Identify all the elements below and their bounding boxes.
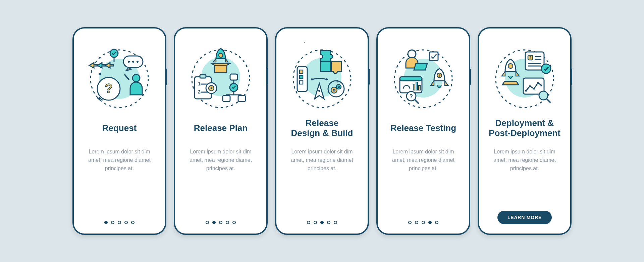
onboarding-screen-build: Release Design & Build Lorem ipsum dolor… xyxy=(275,27,369,235)
svg-point-76 xyxy=(533,88,535,90)
deploy-illustration: ? xyxy=(491,42,558,109)
svg-point-77 xyxy=(537,82,539,84)
svg-point-75 xyxy=(529,85,531,87)
onboarding-screen-deploy: ? Deployment & Post-Deployment Lorem ips… xyxy=(478,27,572,235)
pager-dot[interactable] xyxy=(334,221,337,224)
pager-dot[interactable] xyxy=(428,221,432,224)
svg-text:2: 2 xyxy=(198,89,201,94)
pager-dot[interactable] xyxy=(232,221,236,224)
svg-rect-56 xyxy=(413,84,415,90)
page-indicator xyxy=(206,221,236,224)
svg-point-45 xyxy=(333,89,335,91)
onboarding-screen-testing: ! ? Release Testing Lorem ipsum dolor si… xyxy=(376,27,470,235)
svg-point-78 xyxy=(541,85,542,86)
pager-dot[interactable] xyxy=(118,221,121,224)
svg-rect-57 xyxy=(416,82,418,90)
request-illustration: ? xyxy=(86,42,153,109)
svg-rect-55 xyxy=(400,77,422,81)
pager-dot[interactable] xyxy=(307,221,310,224)
plan-illustration: 1 2 xyxy=(187,42,254,109)
onboarding-screen-request: ? Request Lorem ipsum dolor sit dim amet… xyxy=(72,27,166,235)
svg-text:?: ? xyxy=(529,56,532,60)
svg-point-40 xyxy=(318,90,320,92)
pager-dot[interactable] xyxy=(131,221,135,224)
onboarding-screen-plan: 1 2 Release Plan Lorem ipsum dolor sit d… xyxy=(174,27,268,235)
svg-point-10 xyxy=(132,74,140,82)
svg-point-72 xyxy=(508,64,513,68)
svg-point-7 xyxy=(137,61,139,63)
svg-point-12 xyxy=(99,73,101,75)
svg-point-39 xyxy=(304,42,305,43)
svg-rect-58 xyxy=(419,85,420,90)
screen-title: Release Design & Build xyxy=(291,118,353,139)
pager-dot[interactable] xyxy=(320,221,324,224)
svg-text:?: ? xyxy=(410,93,413,99)
svg-rect-38 xyxy=(300,81,303,84)
pager-dot[interactable] xyxy=(327,221,330,224)
screen-description: Lorem ipsum dolor sit dim amet, mea regi… xyxy=(284,148,360,217)
pager-dot[interactable] xyxy=(226,221,229,224)
pager-dot[interactable] xyxy=(111,221,114,224)
screen-description: Lorem ipsum dolor sit dim amet, mea regi… xyxy=(386,148,461,217)
svg-rect-31 xyxy=(223,95,230,102)
svg-point-16 xyxy=(219,53,223,57)
svg-line-80 xyxy=(546,99,550,102)
page-indicator xyxy=(104,221,135,224)
svg-point-6 xyxy=(132,61,134,63)
svg-point-25 xyxy=(211,87,212,89)
pager-dot[interactable] xyxy=(212,221,216,224)
page-indicator xyxy=(408,221,438,224)
build-illustration xyxy=(288,42,356,109)
svg-text:!: ! xyxy=(439,74,440,77)
svg-point-47 xyxy=(338,86,339,87)
pager-dot[interactable] xyxy=(435,221,438,224)
svg-point-50 xyxy=(408,50,416,58)
screen-title: Request xyxy=(102,118,137,139)
learn-more-button[interactable]: LEARN MORE xyxy=(497,211,552,224)
svg-rect-37 xyxy=(300,75,303,79)
screen-title: Release Testing xyxy=(390,118,456,139)
svg-rect-51 xyxy=(429,52,438,61)
svg-point-71 xyxy=(541,64,551,73)
svg-rect-36 xyxy=(300,70,303,73)
screen-description: Lorem ipsum dolor sit dim amet, mea regi… xyxy=(183,148,258,217)
pager-dot[interactable] xyxy=(219,221,222,224)
screen-description: Lorem ipsum dolor sit dim amet, mea regi… xyxy=(487,148,562,207)
pager-dot[interactable] xyxy=(124,221,128,224)
screen-title: Deployment & Post-Deployment xyxy=(489,118,560,139)
testing-illustration: ! ? xyxy=(390,42,457,109)
svg-rect-18 xyxy=(200,75,206,78)
svg-point-5 xyxy=(128,61,130,63)
page-indicator xyxy=(307,221,337,224)
svg-text:?: ? xyxy=(105,81,112,95)
pager-dot[interactable] xyxy=(206,221,209,224)
svg-line-61 xyxy=(415,100,419,104)
svg-rect-15 xyxy=(215,65,227,73)
screen-description: Lorem ipsum dolor sit dim amet, mea regi… xyxy=(82,148,157,217)
svg-rect-32 xyxy=(238,95,246,102)
screen-title: Release Plan xyxy=(194,118,248,139)
svg-point-74 xyxy=(525,90,527,92)
svg-point-41 xyxy=(311,78,313,80)
pager-dot[interactable] xyxy=(104,221,108,224)
pager-dot[interactable] xyxy=(408,221,412,224)
svg-text:1: 1 xyxy=(198,81,201,86)
pager-dot[interactable] xyxy=(422,221,425,224)
pager-dot[interactable] xyxy=(314,221,317,224)
pager-dot[interactable] xyxy=(415,221,418,224)
svg-rect-26 xyxy=(230,74,237,80)
svg-point-42 xyxy=(326,78,328,80)
